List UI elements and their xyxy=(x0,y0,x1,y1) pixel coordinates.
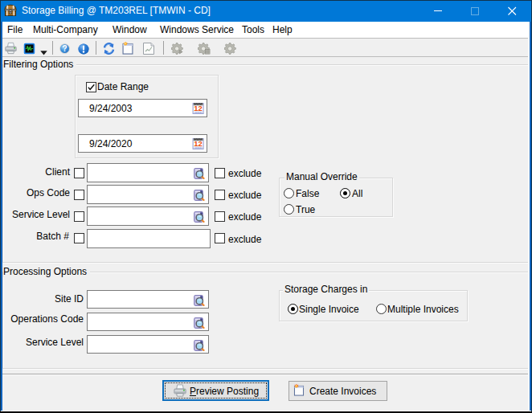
svg-text:?: ? xyxy=(62,44,67,53)
